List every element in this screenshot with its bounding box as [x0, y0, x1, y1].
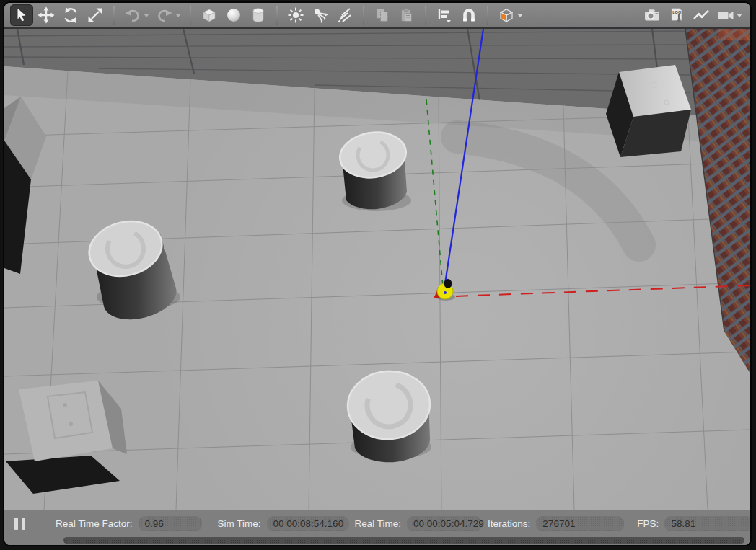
view-angle-button[interactable] — [495, 4, 518, 26]
scale-icon — [87, 6, 104, 24]
render-viewport[interactable] — [4, 29, 750, 510]
rotate-icon — [62, 6, 79, 24]
cursor-icon — [14, 7, 30, 23]
magnet-icon — [460, 6, 478, 24]
real-time-factor-label: Real Time Factor: — [56, 518, 133, 529]
horizontal-scrollbar[interactable] — [63, 537, 744, 544]
select-tool-button[interactable] — [10, 4, 33, 26]
chevron-down-icon[interactable] — [144, 14, 149, 17]
view-angle-cube-icon — [498, 6, 515, 24]
gazebo-window: LOG — [3, 1, 752, 546]
record-log-button[interactable]: LOG — [665, 4, 688, 26]
undo-button[interactable] — [121, 4, 144, 26]
real-time-value: 00 00:05:04.729 — [407, 516, 482, 531]
spot-light-icon — [312, 6, 329, 24]
fps-label: FPS: — [637, 518, 659, 529]
plot-button[interactable] — [690, 4, 713, 26]
rotate-tool-button[interactable] — [59, 4, 82, 26]
insert-cylinder-button[interactable] — [247, 4, 270, 26]
paste-button[interactable] — [395, 4, 418, 26]
move-icon — [38, 6, 55, 24]
pause-icon — [22, 518, 25, 530]
simulation-statusbar: Real Time Factor: 0.96 Sim Time: 00 00:0… — [4, 510, 750, 536]
real-time-label: Real Time: — [355, 518, 402, 529]
cylinder-obstacle-bottom[interactable] — [346, 368, 432, 462]
copy-icon — [374, 6, 391, 24]
redo-button[interactable] — [153, 4, 176, 26]
screenshot-button[interactable] — [641, 4, 664, 26]
translate-tool-button[interactable] — [35, 4, 58, 26]
insert-sphere-button[interactable] — [222, 4, 245, 26]
toolbar-separator — [363, 6, 364, 25]
toolbar-separator — [113, 6, 115, 25]
directional-light-icon — [336, 6, 353, 24]
bottom-scroll-row — [4, 536, 750, 546]
pause-icon — [14, 518, 18, 530]
snap-button[interactable] — [457, 4, 480, 26]
log-icon: LOG — [667, 6, 686, 24]
toolbar-separator — [425, 6, 426, 25]
align-icon — [436, 6, 453, 24]
toolbar-separator — [487, 6, 488, 25]
main-toolbar: LOG — [4, 3, 750, 29]
point-light-icon — [287, 6, 304, 24]
paste-icon — [398, 6, 416, 24]
chevron-down-icon[interactable] — [737, 14, 742, 17]
redo-icon — [156, 6, 173, 24]
cylinder-icon — [250, 6, 267, 24]
iterations-label: Iterations: — [488, 518, 530, 529]
copy-button[interactable] — [371, 4, 394, 26]
sim-time-label: Sim Time: — [218, 518, 261, 529]
log-icon-label: LOG — [672, 10, 681, 14]
chevron-down-icon[interactable] — [175, 14, 181, 17]
camera-icon — [643, 6, 662, 24]
chevron-down-icon[interactable] — [517, 14, 523, 17]
insert-box-button[interactable] — [198, 4, 221, 26]
iterations-value: 276701 — [536, 516, 624, 531]
undo-icon — [124, 6, 141, 24]
toolbar-separator — [190, 6, 191, 25]
3d-viewport[interactable] — [4, 29, 750, 510]
point-light-button[interactable] — [284, 4, 307, 26]
directional-light-button[interactable] — [333, 4, 356, 26]
align-button[interactable] — [433, 4, 456, 26]
toolbar-separator — [276, 6, 278, 25]
video-camera-icon — [716, 6, 735, 24]
real-time-factor-value: 0.96 — [139, 516, 202, 531]
spot-light-button[interactable] — [309, 4, 332, 26]
crate-top-right[interactable] — [606, 65, 691, 157]
pause-button[interactable] — [13, 516, 27, 531]
plot-icon — [692, 6, 711, 24]
sphere-icon — [225, 6, 242, 24]
scale-tool-button[interactable] — [84, 4, 107, 26]
sim-time-value: 00 00:08:54.160 — [267, 516, 349, 531]
fps-value: 58.81 — [664, 516, 752, 531]
box-icon — [201, 6, 218, 24]
record-video-button[interactable] — [714, 4, 737, 26]
